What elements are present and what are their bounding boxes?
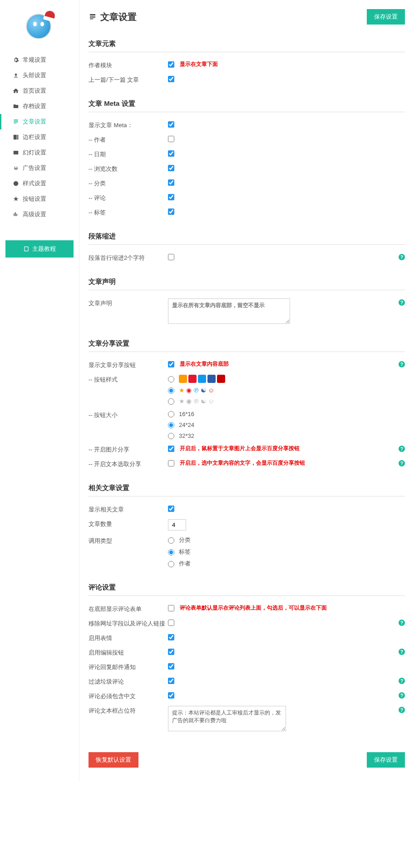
- section-related: 相关文章设置 显示相关文章 文章数量 调用类型 分类 标签 作者: [89, 480, 405, 570]
- sidebar-item-label: 边栏设置: [23, 133, 46, 141]
- sidebar-item-label: 幻灯设置: [23, 149, 46, 157]
- label-indent: 段落首行缩进2个字符: [89, 253, 168, 262]
- book-icon: [23, 246, 30, 252]
- label-meta-views: -- 浏览次数: [89, 164, 168, 173]
- help-icon[interactable]: ?: [399, 678, 405, 684]
- sidebar-item-slider[interactable]: 幻灯设置: [0, 145, 79, 160]
- checkbox-meta-date[interactable]: [168, 150, 174, 157]
- home-icon: [13, 88, 19, 94]
- label-form-pos: 在底部显示评论表单: [89, 604, 168, 613]
- label-edit-btn: 启用编辑按钮: [89, 648, 168, 657]
- upload-icon: [13, 72, 19, 79]
- checkbox-edit-btn[interactable]: [168, 649, 174, 655]
- checkbox-emoji[interactable]: [168, 634, 174, 640]
- checkbox-chinese[interactable]: [168, 692, 174, 699]
- checkbox-share-show[interactable]: [168, 361, 174, 367]
- label-text-share: -- 开启文本选取分享: [89, 459, 168, 468]
- help-icon[interactable]: ?: [399, 649, 405, 655]
- input-related-count[interactable]: [168, 519, 186, 531]
- label-remove-url: 移除网址字段以及评论人链接: [89, 619, 168, 628]
- textarea-comment-placeholder[interactable]: 提示：本站评论都是人工审核后才显示的，发广告的就不要白费力啦: [168, 706, 286, 731]
- sidebar-item-general[interactable]: 常规设置: [0, 52, 79, 68]
- checkbox-remove-url[interactable]: [168, 620, 174, 626]
- section-indent: 段落缩进 段落首行缩进2个字符 ?: [89, 228, 405, 265]
- label-img-share: -- 开启图片分享: [89, 445, 168, 454]
- checkbox-text-share[interactable]: [168, 460, 174, 466]
- reset-button[interactable]: 恢复默认设置: [89, 752, 138, 768]
- share-icons-grey: ★◉℗☯☺: [179, 397, 214, 405]
- radio-type-author[interactable]: [168, 561, 174, 567]
- radio-style-3[interactable]: [168, 398, 174, 405]
- label-meta-tags: -- 标签: [89, 208, 168, 217]
- help-icon[interactable]: ?: [399, 299, 405, 306]
- tutorial-label: 主题教程: [32, 245, 56, 253]
- section-comment: 评论设置 在底部显示评论表单 评论表单默认显示在评论列表上面，勾选后，可以显示在…: [89, 580, 405, 734]
- image-icon: [13, 149, 19, 156]
- save-button-bottom[interactable]: 保存设置: [367, 752, 405, 768]
- checkbox-prevnext[interactable]: [168, 76, 174, 82]
- sidebar-item-article[interactable]: 文章设置: [0, 114, 79, 129]
- label-placeholder: 评论文本框占位符: [89, 706, 168, 715]
- radio-size-16[interactable]: [168, 411, 174, 417]
- footer-buttons: 恢复默认设置 保存设置: [89, 752, 405, 768]
- checkbox-meta-category[interactable]: [168, 179, 174, 186]
- label-email-notify: 评论回复邮件通知: [89, 662, 168, 671]
- checkbox-author-module[interactable]: [168, 61, 174, 68]
- help-icon[interactable]: ?: [399, 460, 405, 466]
- checkbox-indent[interactable]: [168, 254, 174, 260]
- checkbox-meta-comments[interactable]: [168, 194, 174, 200]
- hint-form-pos: 评论表单默认显示在评论列表上面，勾选后，可以显示在下面: [180, 604, 327, 612]
- hint-text-share: 开启后，选中文章内容的文字，会显示百度分享按钮: [180, 459, 305, 467]
- help-icon[interactable]: ?: [399, 254, 405, 260]
- sidebar-item-label: 广告设置: [23, 164, 46, 172]
- checkbox-related-show[interactable]: [168, 506, 174, 512]
- sidebar-item-archive[interactable]: 存档设置: [0, 99, 79, 114]
- section-meta: 文章 Meta 设置 显示文章 Meta： -- 作者 -- 日期 -- 浏览次…: [89, 96, 405, 219]
- help-icon[interactable]: ?: [399, 361, 405, 367]
- section-share: 文章分享设置 显示文章分享按钮 显示在文章内容底部 ? -- 按钮样式: [89, 336, 405, 471]
- hint-author: 显示在文章下面: [180, 60, 218, 68]
- help-icon[interactable]: ?: [399, 446, 405, 452]
- checkbox-meta-views[interactable]: [168, 165, 174, 171]
- sidebar-item-advanced[interactable]: 高级设置: [0, 207, 79, 222]
- sidebar: 常规设置 头部设置 首页设置 存档设置 文章设置 边栏设置 幻灯设置 广告设置: [0, 0, 79, 781]
- sidebar-item-ads[interactable]: 广告设置: [0, 160, 79, 176]
- radio-style-1[interactable]: [168, 376, 174, 382]
- radio-size-24[interactable]: [168, 422, 174, 428]
- page-header: 文章设置 保存设置: [89, 9, 405, 25]
- label-spam: 过滤垃圾评论: [89, 677, 168, 686]
- checkbox-email-notify[interactable]: [168, 663, 174, 670]
- sidebar-item-home[interactable]: 首页设置: [0, 83, 79, 99]
- radio-type-cat[interactable]: [168, 537, 174, 544]
- textarea-statement[interactable]: [168, 298, 290, 324]
- layout-icon: [13, 134, 19, 140]
- checkbox-spam[interactable]: [168, 678, 174, 684]
- checkbox-meta-author[interactable]: [168, 136, 174, 142]
- help-icon[interactable]: ?: [399, 692, 405, 699]
- radio-style-2[interactable]: [168, 387, 174, 394]
- help-icon[interactable]: ?: [399, 707, 405, 713]
- save-button-top[interactable]: 保存设置: [367, 9, 405, 25]
- tutorial-button[interactable]: 主题教程: [5, 240, 74, 258]
- sidebar-item-header[interactable]: 头部设置: [0, 68, 79, 83]
- radio-size-32[interactable]: [168, 433, 174, 439]
- smile-icon: [13, 165, 19, 171]
- radio-type-tag[interactable]: [168, 549, 174, 556]
- sidebar-item-button[interactable]: 按钮设置: [0, 191, 79, 207]
- sidebar-item-sidebar[interactable]: 边栏设置: [0, 129, 79, 145]
- sidebar-item-label: 首页设置: [23, 87, 46, 95]
- field-label-prevnext: 上一篇/下一篇 文章: [89, 75, 168, 84]
- checkbox-meta-tags[interactable]: [168, 208, 174, 215]
- checkbox-img-share[interactable]: [168, 446, 174, 452]
- label-btn-style: -- 按钮样式: [89, 375, 168, 384]
- checkbox-form-pos[interactable]: [168, 605, 174, 611]
- chart-icon: [13, 211, 19, 218]
- section-title: 相关文章设置: [89, 480, 405, 496]
- section-title: 文章元素: [89, 36, 405, 52]
- checkbox-meta-show[interactable]: [168, 121, 174, 128]
- sidebar-item-style[interactable]: 样式设置: [0, 176, 79, 191]
- svg-point-0: [14, 181, 19, 186]
- label-emoji: 启用表情: [89, 633, 168, 642]
- share-icons-color: ★◉℗☯☺: [179, 387, 214, 394]
- help-icon[interactable]: ?: [399, 620, 405, 626]
